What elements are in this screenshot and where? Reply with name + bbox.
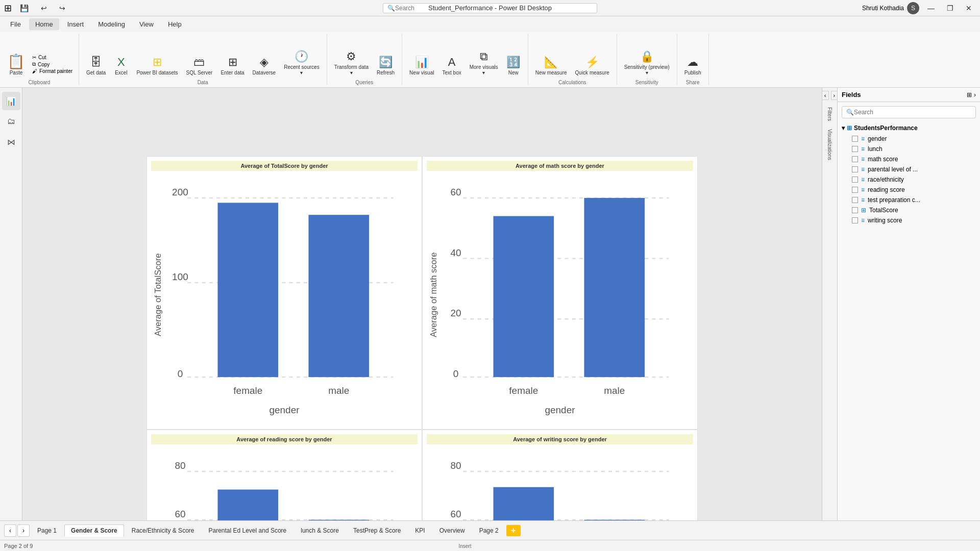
fields-expand-btn[interactable]: › [974, 91, 976, 98]
page-tab-testprep[interactable]: TestPrep & Score [347, 524, 407, 537]
field-gender[interactable]: ≡ gender [842, 134, 976, 144]
sidebar-model-icon[interactable]: ⋈ [2, 133, 20, 151]
new-measure-btn[interactable]: 📐 New measure [532, 54, 570, 78]
quick-measure-btn[interactable]: ⚡ Quick measure [572, 54, 612, 78]
window-title: Student_Performance - Power BI Desktop [428, 4, 552, 12]
new-visual-btn[interactable]: 📊 New visual [406, 54, 437, 78]
paste-btn[interactable]: 📋 Paste [4, 51, 28, 78]
get-data-btn[interactable]: 🗄 Get data [83, 54, 109, 78]
refresh-icon: 🔄 [379, 56, 393, 69]
cut-btn[interactable]: ✂ Cut [30, 54, 75, 61]
copy-icon: ⧉ [32, 61, 36, 67]
chart-math-score-title: Average of math score by gender [427, 161, 693, 171]
field-lunch[interactable]: ≡ lunch [842, 144, 976, 154]
dataverse-btn[interactable]: ◈ Dataverse [250, 54, 279, 78]
page-tab-race[interactable]: Race/Ethnicity & Score [125, 524, 201, 537]
gender-checkbox[interactable] [852, 136, 858, 142]
ribbon-share-items: ☁ Publish [681, 34, 704, 78]
fields-search-input[interactable] [854, 109, 971, 116]
svg-rect-37 [308, 519, 369, 520]
page-tab-page2[interactable]: Page 2 [473, 524, 505, 537]
ribbon-calculations: 📐 New measure ⚡ Quick measure Calculatio… [528, 34, 617, 85]
fields-filter-btn[interactable]: ⊞ [967, 91, 972, 98]
page-tab-next[interactable]: › [17, 524, 30, 537]
svg-text:40: 40 [450, 247, 461, 258]
sensitivity-btn[interactable]: 🔒 Sensitivity (preview)▾ [621, 48, 673, 78]
text-box-btn[interactable]: A Text box [439, 54, 464, 78]
refresh-btn[interactable]: 🔄 Refresh [374, 54, 398, 78]
dataset-header[interactable]: ▾ ⊞ StudentsPerformance [842, 122, 976, 134]
ribbon-clipboard-items: 📋 Paste ✂ Cut ⧉ Copy 🖌 Format painter [4, 34, 75, 78]
add-page-btn[interactable]: + [506, 525, 521, 536]
minimize-btn[interactable]: — [923, 4, 939, 12]
chart-writing-score-title: Average of writing score by gender [427, 434, 693, 444]
close-btn[interactable]: ✕ [962, 4, 976, 12]
page-tab-gender-score[interactable]: Gender & Score [64, 524, 124, 537]
save-btn[interactable]: 💾 [16, 4, 33, 12]
recent-sources-btn[interactable]: 🕐 Recent sources▾ [281, 48, 322, 78]
collapse-left-btn[interactable]: ‹ [822, 91, 829, 100]
test-prep-checkbox[interactable] [852, 197, 858, 203]
total-score-checkbox[interactable] [852, 207, 858, 213]
field-parental[interactable]: ≡ parental level of ... [842, 164, 976, 174]
chart-reading-score-title: Average of reading score by gender [151, 434, 418, 444]
reading-score-checkbox[interactable] [852, 187, 858, 193]
redo-btn[interactable]: ↪ [55, 4, 69, 12]
page-tab-lunch[interactable]: lunch & Score [294, 524, 346, 537]
publish-btn[interactable]: ☁ Publish [681, 54, 704, 78]
page-tab-parental[interactable]: Parental Ed Level and Score [202, 524, 293, 537]
format-painter-btn[interactable]: 🖌 Format painter [30, 68, 75, 74]
restore-btn[interactable]: ❐ [943, 4, 958, 12]
field-total-score[interactable]: ⊞ TotalScore [842, 205, 976, 215]
chart-writing-score-svg: 80 60 40 20 0 female male [427, 446, 693, 520]
excel-btn[interactable]: X Excel [111, 54, 131, 78]
enter-data-btn[interactable]: ⊞ Enter data [217, 54, 247, 78]
sidebar-report-icon[interactable]: 📊 [2, 92, 20, 110]
page-tab-kpi[interactable]: KPI [408, 524, 431, 537]
field-math-score[interactable]: ≡ math score [842, 154, 976, 164]
paste-icon: 📋 [7, 53, 25, 70]
menu-modeling[interactable]: Modeling [92, 18, 131, 30]
left-sidebar: 📊 🗂 ⋈ [0, 88, 22, 520]
new-btn[interactable]: 🔢 New [503, 54, 524, 78]
transform-data-btn[interactable]: ⚙ Transform data▾ [331, 48, 372, 78]
page-tab-overview[interactable]: Overview [433, 524, 472, 537]
quick-measure-icon: ⚡ [585, 56, 599, 69]
sql-server-btn[interactable]: 🗃 SQL Server [183, 54, 216, 78]
lunch-checkbox[interactable] [852, 146, 858, 152]
menu-file[interactable]: File [4, 18, 27, 30]
chart-math-score-svg: 60 40 20 0 female male gender [427, 173, 693, 417]
svg-text:male: male [328, 385, 349, 396]
parental-checkbox[interactable] [852, 166, 858, 172]
field-reading-score[interactable]: ≡ reading score [842, 185, 976, 195]
menu-home[interactable]: Home [29, 18, 59, 30]
math-score-checkbox[interactable] [852, 156, 858, 162]
menu-help[interactable]: Help [162, 18, 188, 30]
chart-reading-score: Average of reading score by gender 80 60… [146, 430, 422, 520]
field-icon: ≡ [861, 217, 865, 224]
more-visuals-btn[interactable]: ⧉ More visuals▾ [467, 48, 501, 78]
menu-insert[interactable]: Insert [61, 18, 90, 30]
field-test-prep[interactable]: ≡ test preparation c... [842, 195, 976, 205]
chart-total-score-area: 200 100 0 female male gender [151, 173, 418, 417]
chart-writing-score: Average of writing score by gender 80 60… [422, 430, 698, 520]
svg-text:Average of math score: Average of math score [429, 252, 438, 337]
svg-text:60: 60 [450, 187, 461, 197]
fields-header: Fields ⊞ › [838, 88, 980, 102]
field-race[interactable]: ≡ race/ethnicity [842, 174, 976, 185]
undo-btn[interactable]: ↩ [37, 4, 51, 12]
search-icon: 🔍 [387, 5, 395, 12]
page-tab-1[interactable]: Page 1 [31, 524, 63, 537]
menu-view[interactable]: View [133, 18, 160, 30]
power-bi-datasets-btn[interactable]: ⊞ Power BI datasets [133, 54, 181, 78]
race-checkbox[interactable] [852, 177, 858, 183]
search-icon: 🔍 [846, 109, 854, 116]
svg-rect-20 [494, 216, 554, 378]
writing-score-checkbox[interactable] [852, 217, 858, 223]
copy-btn[interactable]: ⧉ Copy [30, 61, 75, 68]
canvas-page: Average of TotalScore by gender 200 100 … [146, 156, 698, 452]
sidebar-data-icon[interactable]: 🗂 [2, 112, 20, 131]
page-tabs: ‹ › Page 1 Gender & Score Race/Ethnicity… [0, 520, 980, 540]
page-tab-prev[interactable]: ‹ [4, 524, 16, 537]
field-writing-score[interactable]: ≡ writing score [842, 215, 976, 226]
